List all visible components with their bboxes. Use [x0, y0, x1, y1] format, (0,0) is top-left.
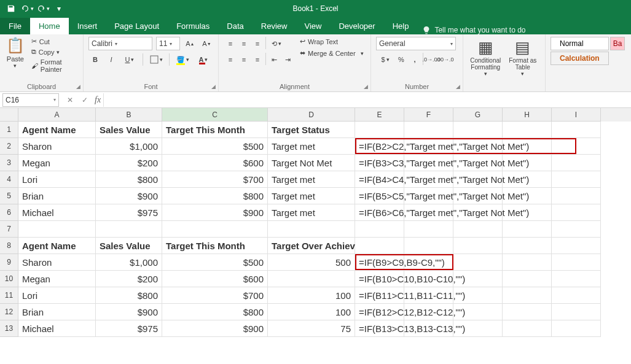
col-header-C[interactable]: C [162, 108, 268, 122]
cell-A8[interactable]: Agent Name [18, 238, 96, 254]
cell-I8[interactable] [552, 238, 601, 254]
spreadsheet-grid[interactable]: ABCDEFGHI 1Agent NameSales ValueTarget T… [0, 108, 631, 337]
cell-B2[interactable]: $1,000 [96, 138, 162, 155]
tab-view[interactable]: View [296, 18, 330, 34]
cell-A3[interactable]: Megan [18, 155, 96, 171]
cell-C6[interactable]: $900 [162, 204, 268, 221]
cell-B13[interactable]: $975 [96, 320, 162, 337]
cell-I2[interactable] [552, 138, 601, 155]
tab-formulas[interactable]: Formulas [168, 18, 218, 34]
orientation-icon[interactable]: ⟲▾ [267, 37, 286, 50]
tab-insert[interactable]: Insert [69, 18, 106, 34]
col-header-B[interactable]: B [96, 108, 162, 122]
cell-C11[interactable]: $700 [162, 287, 268, 304]
cell-A11[interactable]: Lori [18, 287, 96, 304]
select-all-corner[interactable] [0, 108, 18, 122]
cell-E2[interactable]: =IF(B2>C2,"Target met","Target Not Met") [355, 138, 404, 155]
cell-I6[interactable] [552, 204, 601, 221]
cell-D3[interactable]: Target Not Met [268, 155, 355, 171]
cell-E4[interactable]: =IF(B4>C4,"Target met","Target Not Met") [355, 171, 404, 188]
decrease-font-icon[interactable]: A▼ [200, 37, 213, 50]
percent-format-icon[interactable]: % [394, 53, 408, 66]
cell-H11[interactable] [503, 287, 552, 304]
cell-D1[interactable]: Target Status [268, 122, 355, 138]
cell-D11[interactable]: 100 [268, 287, 355, 304]
qat-customize[interactable]: ▾ [52, 2, 66, 15]
undo-button[interactable]: ▾ [20, 2, 34, 15]
cell-G9[interactable] [453, 254, 503, 271]
bold-button[interactable]: B [88, 53, 102, 66]
cell-I12[interactable] [552, 304, 601, 320]
tab-home[interactable]: Home [30, 18, 69, 34]
cell-H9[interactable] [503, 254, 552, 271]
font-name-combo[interactable]: Calibri▾ [88, 37, 152, 50]
row-header[interactable]: 9 [0, 254, 18, 271]
cell-B5[interactable]: $900 [96, 188, 162, 204]
cell-E8[interactable] [355, 238, 404, 254]
align-center-icon[interactable]: ≡ [237, 53, 251, 66]
decrease-decimal-icon[interactable]: .00→.0 [438, 53, 452, 66]
row-header[interactable]: 7 [0, 221, 18, 238]
font-size-combo[interactable]: 11▾ [156, 37, 180, 50]
cell-G1[interactable] [453, 122, 503, 138]
cell-A2[interactable]: Sharon [18, 138, 96, 155]
cell-D9[interactable]: 500 [268, 254, 355, 271]
cell-I7[interactable] [552, 221, 601, 238]
cell-I10[interactable] [552, 271, 601, 287]
cell-D7[interactable] [268, 221, 355, 238]
copy-button[interactable]: ⧉Copy▾ [29, 47, 78, 56]
cell-B1[interactable]: Sales Value [96, 122, 162, 138]
cell-E12[interactable]: =IF(B12>C12,B12-C12,"") [355, 304, 404, 320]
cell-H10[interactable] [503, 271, 552, 287]
fill-color-button[interactable]: 🪣▾ [173, 53, 192, 66]
border-button[interactable]: ▾ [147, 53, 165, 66]
cell-C2[interactable]: $500 [162, 138, 268, 155]
cell-E1[interactable] [355, 122, 404, 138]
cell-I4[interactable] [552, 171, 601, 188]
cell-I11[interactable] [552, 287, 601, 304]
dialog-launcher-icon[interactable]: ◢ [456, 83, 460, 90]
increase-indent-icon[interactable]: ⇥ [281, 53, 294, 66]
accounting-format-icon[interactable]: $▾ [376, 53, 394, 66]
align-middle-icon[interactable]: ≡ [237, 37, 251, 50]
cell-C9[interactable]: $500 [162, 254, 268, 271]
row-header[interactable]: 3 [0, 155, 18, 171]
decrease-indent-icon[interactable]: ⇤ [267, 53, 281, 66]
cell-A13[interactable]: Michael [18, 320, 96, 337]
cell-E3[interactable]: =IF(B3>C3,"Target met","Target Not Met") [355, 155, 404, 171]
row-header[interactable]: 8 [0, 238, 18, 254]
col-header-A[interactable]: A [18, 108, 96, 122]
cell-B6[interactable]: $975 [96, 204, 162, 221]
cell-E9[interactable]: =IF(B9>C9,B9-C9,"") [355, 254, 404, 271]
tab-help[interactable]: Help [384, 18, 418, 34]
cell-I9[interactable] [552, 254, 601, 271]
cell-D2[interactable]: Target met [268, 138, 355, 155]
cell-C10[interactable]: $600 [162, 271, 268, 287]
tab-page-layout[interactable]: Page Layout [106, 18, 168, 34]
col-header-F[interactable]: F [404, 108, 453, 122]
col-header-G[interactable]: G [453, 108, 503, 122]
cell-D12[interactable]: 100 [268, 304, 355, 320]
align-top-icon[interactable]: ≡ [224, 37, 237, 50]
dialog-launcher-icon[interactable]: ◢ [76, 83, 80, 90]
cell-A5[interactable]: Brian [18, 188, 96, 204]
merge-center-button[interactable]: ⬌Merge & Center▾ [298, 48, 366, 58]
tab-data[interactable]: Data [218, 18, 252, 34]
cell-C7[interactable] [162, 221, 268, 238]
col-header-I[interactable]: I [552, 108, 601, 122]
cell-A12[interactable]: Brian [18, 304, 96, 320]
fx-icon[interactable]: fx [95, 95, 101, 105]
row-header[interactable]: 13 [0, 320, 18, 337]
comma-format-icon[interactable]: , [408, 53, 421, 66]
cell-I5[interactable] [552, 188, 601, 204]
italic-button[interactable]: I [104, 53, 118, 66]
tab-file[interactable]: File [0, 18, 30, 34]
cell-E11[interactable]: =IF(B11>C11,B11-C11,"") [355, 287, 404, 304]
align-right-icon[interactable]: ≡ [251, 53, 264, 66]
underline-button[interactable]: U▾ [120, 53, 139, 66]
cell-D6[interactable]: Target met [268, 204, 355, 221]
cell-F7[interactable] [404, 221, 453, 238]
cell-H13[interactable] [503, 320, 552, 337]
cell-E5[interactable]: =IF(B5>C5,"Target met","Target Not Met") [355, 188, 404, 204]
row-header[interactable]: 12 [0, 304, 18, 320]
